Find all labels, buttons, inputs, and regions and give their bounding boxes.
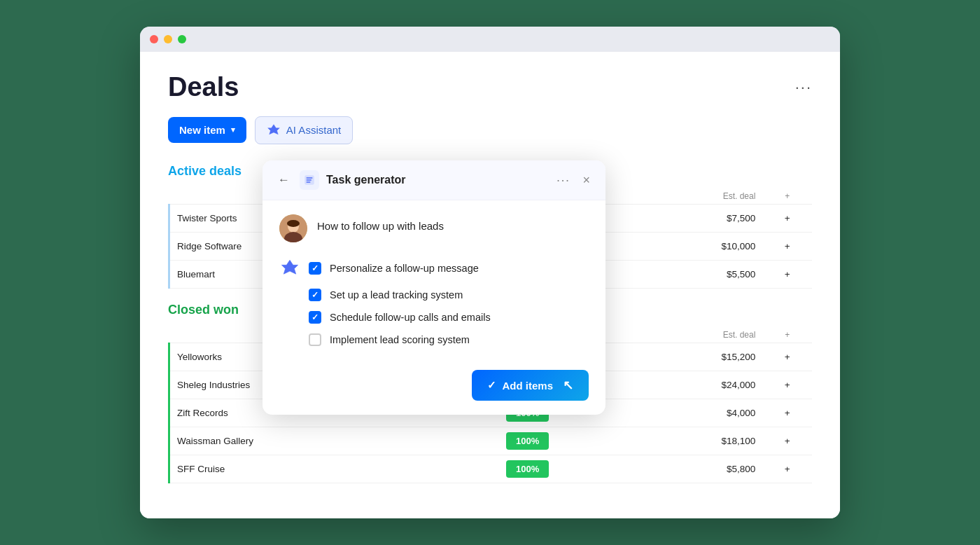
add-col-cell[interactable]: + — [762, 371, 812, 399]
ai-icon — [267, 123, 281, 137]
probability-cell: 100% — [416, 427, 639, 455]
col-est-deal-active: Est. deal — [639, 188, 763, 205]
add-col-cell[interactable]: + — [762, 232, 812, 260]
modal-close-button[interactable]: × — [580, 173, 593, 188]
ai-assistant-label: AI Assistant — [286, 124, 341, 136]
probability-cell: 100% — [416, 455, 639, 483]
task-checkbox-3[interactable] — [309, 311, 321, 324]
task-label-4: Implement lead scoring system — [330, 334, 470, 345]
task-item: Personalize a follow-up message — [279, 258, 589, 279]
task-checkbox-2[interactable] — [309, 289, 321, 301]
more-options-button[interactable]: ··· — [795, 78, 812, 97]
user-avatar-image — [279, 214, 307, 242]
add-col-cell[interactable]: + — [762, 427, 812, 455]
table-row: SFF Cruise 100% $5,800 + — [169, 455, 813, 483]
prompt-text: How to follow up with leads — [317, 214, 444, 232]
modal-icon — [300, 170, 319, 190]
col-add-closed[interactable]: + — [762, 327, 812, 343]
modal-header: ← Task generator ··· × — [262, 160, 606, 200]
task-generator-modal: ← Task generator ··· × — [262, 160, 606, 415]
browser-titlebar — [140, 27, 840, 52]
app-content: Deals ··· New item ▾ AI Assistant Active… — [140, 52, 840, 518]
add-items-label: Add items — [502, 380, 553, 392]
est-deal-cell: $5,500 — [639, 260, 763, 288]
new-item-button[interactable]: New item ▾ — [168, 117, 246, 143]
add-col-cell[interactable]: + — [762, 399, 812, 427]
modal-footer: ✓ Add items ↖ — [262, 360, 606, 415]
page-header: Deals ··· — [168, 73, 812, 102]
task-item: Implement lead scoring system — [279, 333, 589, 346]
company-cell: SFF Cruise — [169, 455, 416, 483]
table-row: Waissman Gallery 100% $18,100 + — [169, 427, 813, 455]
task-label-1: Personalize a follow-up message — [330, 263, 479, 274]
add-items-button[interactable]: ✓ Add items ↖ — [472, 370, 589, 401]
est-deal-cell: $5,800 — [639, 455, 763, 483]
new-item-label: New item — [179, 124, 225, 136]
ai-assistant-button[interactable]: AI Assistant — [255, 116, 353, 144]
task-label-3: Schedule follow-up calls and emails — [330, 312, 491, 323]
col-add-active[interactable]: + — [762, 188, 812, 205]
add-col-cell[interactable]: + — [762, 343, 812, 371]
modal-body: How to follow up with leads Personalize … — [262, 200, 606, 360]
page-title: Deals — [168, 73, 239, 102]
add-col-cell[interactable]: + — [762, 260, 812, 288]
est-deal-cell: $10,000 — [639, 232, 763, 260]
modal-more-button[interactable]: ··· — [554, 173, 573, 188]
add-col-cell[interactable]: + — [762, 455, 812, 483]
task-item: Set up a lead tracking system — [279, 289, 589, 301]
ai-task-icon — [279, 258, 300, 279]
browser-window: Deals ··· New item ▾ AI Assistant Active… — [140, 27, 840, 518]
est-deal-cell: $7,500 — [639, 204, 763, 232]
col-est-deal-closed: Est. deal — [639, 327, 763, 343]
task-checkbox-1[interactable] — [309, 262, 321, 275]
task-list: Personalize a follow-up message Set up a… — [279, 258, 589, 346]
tl-minimize[interactable] — [164, 35, 172, 43]
chevron-down-icon: ▾ — [231, 125, 235, 134]
cursor-icon: ↖ — [563, 378, 573, 393]
tl-maximize[interactable] — [178, 35, 186, 43]
modal-title: Task generator — [326, 174, 547, 186]
task-checkbox-4[interactable] — [309, 333, 321, 346]
est-deal-cell: $15,200 — [639, 343, 763, 371]
est-deal-cell: $4,000 — [639, 399, 763, 427]
modal-prompt-row: How to follow up with leads — [279, 214, 589, 242]
add-col-cell[interactable]: + — [762, 204, 812, 232]
avatar — [279, 214, 307, 242]
task-icon — [303, 174, 316, 186]
tl-close[interactable] — [150, 35, 158, 43]
svg-point-4 — [287, 220, 300, 227]
prob-badge: 100% — [506, 460, 549, 478]
company-cell: Waissman Gallery — [169, 427, 416, 455]
toolbar: New item ▾ AI Assistant — [168, 116, 812, 144]
modal-back-button[interactable]: ← — [275, 172, 293, 188]
est-deal-cell: $24,000 — [639, 371, 763, 399]
add-items-check-icon: ✓ — [487, 379, 496, 392]
prob-badge: 100% — [506, 432, 549, 450]
task-label-2: Set up a lead tracking system — [330, 289, 463, 301]
est-deal-cell: $18,100 — [639, 427, 763, 455]
task-item: Schedule follow-up calls and emails — [279, 311, 589, 324]
